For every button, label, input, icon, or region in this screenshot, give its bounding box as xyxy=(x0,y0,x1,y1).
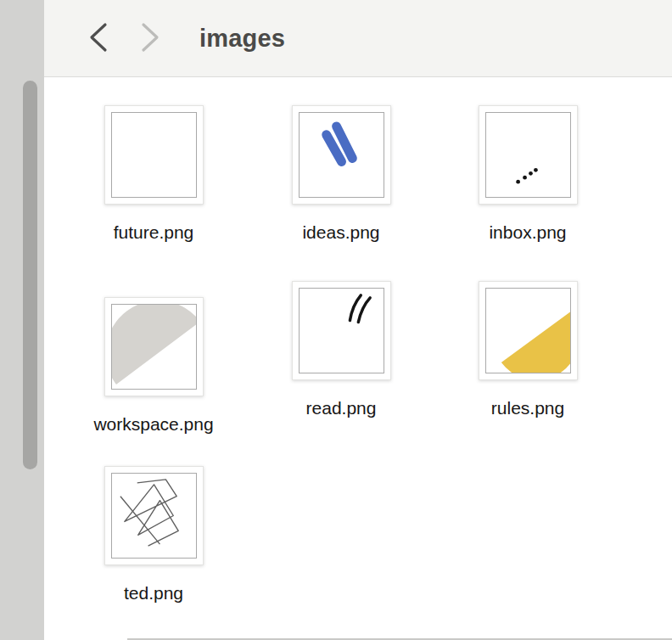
thumbnail-image xyxy=(111,112,197,198)
file-thumbnail-frame xyxy=(104,297,204,396)
file-item[interactable]: rules.png xyxy=(434,281,621,418)
thumbnail-image xyxy=(299,112,384,198)
left-scrollbar-track xyxy=(0,0,44,640)
toolbar: images xyxy=(44,0,672,77)
file-name-label: workspace.png xyxy=(93,413,213,435)
file-thumbnail-frame xyxy=(292,105,391,205)
file-item[interactable]: future.png xyxy=(60,105,247,243)
chevron-right-icon xyxy=(140,22,160,55)
file-name-label: future.png xyxy=(114,222,194,243)
file-thumbnail-frame xyxy=(479,105,578,205)
thumbnail-image xyxy=(485,288,571,373)
back-button[interactable] xyxy=(87,21,110,55)
file-thumbnail-frame xyxy=(479,281,578,380)
file-grid: future.png ideas.png inbox.png workspace… xyxy=(44,77,672,638)
thumbnail-image xyxy=(111,473,197,559)
file-name-label: ideas.png xyxy=(302,222,379,243)
thumbnail-image xyxy=(111,304,197,390)
file-item[interactable]: inbox.png xyxy=(434,105,621,243)
file-thumbnail-frame xyxy=(104,105,204,205)
file-thumbnail-frame xyxy=(292,281,391,380)
file-item[interactable]: ted.png xyxy=(60,466,247,604)
file-item[interactable]: read.png xyxy=(248,281,434,418)
chevron-left-icon xyxy=(88,22,109,55)
file-item[interactable]: ideas.png xyxy=(248,105,434,243)
thumbnail-image xyxy=(485,112,571,198)
file-name-label: inbox.png xyxy=(489,222,566,243)
file-item[interactable]: workspace.png xyxy=(60,297,247,435)
scrollbar-thumb[interactable] xyxy=(23,81,37,469)
folder-title: images xyxy=(199,25,285,53)
file-name-label: rules.png xyxy=(491,397,564,418)
file-name-label: read.png xyxy=(306,397,377,418)
file-name-label: ted.png xyxy=(124,582,183,604)
forward-button[interactable] xyxy=(138,21,162,55)
thumbnail-image xyxy=(299,288,384,373)
file-thumbnail-frame xyxy=(104,466,204,565)
